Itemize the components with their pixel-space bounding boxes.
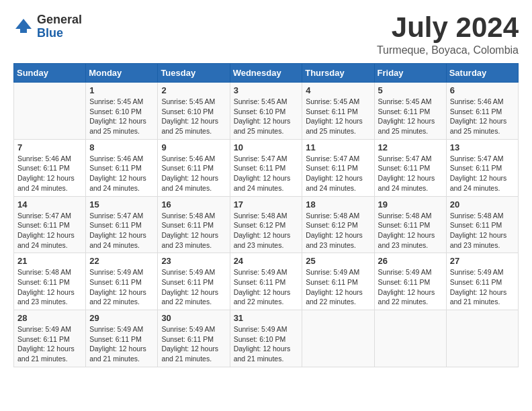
day-info: Sunrise: 5:48 AMSunset: 6:11 PMDaylight:… bbox=[378, 211, 443, 250]
day-number: 27 bbox=[450, 256, 515, 266]
calendar-cell: 24Sunrise: 5:49 AMSunset: 6:11 PMDayligh… bbox=[230, 253, 302, 310]
day-info: Sunrise: 5:45 AMSunset: 6:11 PMDaylight:… bbox=[378, 97, 443, 136]
calendar-cell: 17Sunrise: 5:48 AMSunset: 6:12 PMDayligh… bbox=[230, 196, 302, 253]
day-header-tuesday: Tuesday bbox=[158, 64, 230, 83]
day-number: 19 bbox=[378, 199, 443, 210]
day-info: Sunrise: 5:48 AMSunset: 6:11 PMDaylight:… bbox=[161, 211, 226, 250]
day-number: 5 bbox=[378, 85, 443, 95]
calendar-cell: 10Sunrise: 5:47 AMSunset: 6:11 PMDayligh… bbox=[230, 139, 302, 196]
day-number: 20 bbox=[450, 199, 515, 210]
day-info: Sunrise: 5:48 AMSunset: 6:11 PMDaylight:… bbox=[450, 211, 515, 250]
day-number: 30 bbox=[161, 313, 226, 323]
week-row-3: 14Sunrise: 5:47 AMSunset: 6:11 PMDayligh… bbox=[14, 196, 519, 253]
logo-icon bbox=[13, 17, 34, 37]
day-number: 24 bbox=[234, 256, 299, 266]
day-number: 13 bbox=[450, 142, 515, 152]
day-header-monday: Monday bbox=[86, 64, 158, 83]
day-info: Sunrise: 5:47 AMSunset: 6:11 PMDaylight:… bbox=[378, 154, 443, 193]
day-info: Sunrise: 5:49 AMSunset: 6:11 PMDaylight:… bbox=[161, 267, 226, 307]
calendar-cell: 8Sunrise: 5:46 AMSunset: 6:11 PMDaylight… bbox=[86, 139, 158, 196]
day-number: 22 bbox=[89, 256, 154, 266]
calendar-cell: 2Sunrise: 5:45 AMSunset: 6:10 PMDaylight… bbox=[158, 83, 230, 140]
calendar-cell: 9Sunrise: 5:46 AMSunset: 6:11 PMDaylight… bbox=[158, 139, 230, 196]
day-number: 10 bbox=[234, 142, 299, 152]
day-info: Sunrise: 5:46 AMSunset: 6:11 PMDaylight:… bbox=[89, 154, 154, 193]
day-number: 16 bbox=[161, 199, 226, 210]
calendar-cell: 26Sunrise: 5:49 AMSunset: 6:11 PMDayligh… bbox=[374, 253, 446, 310]
logo-general-text: General bbox=[37, 13, 82, 27]
day-number: 28 bbox=[17, 313, 82, 323]
calendar-cell: 7Sunrise: 5:46 AMSunset: 6:11 PMDaylight… bbox=[14, 139, 86, 196]
day-info: Sunrise: 5:47 AMSunset: 6:11 PMDaylight:… bbox=[17, 211, 82, 250]
calendar-cell: 22Sunrise: 5:49 AMSunset: 6:11 PMDayligh… bbox=[86, 253, 158, 310]
logo-text: General Blue bbox=[37, 13, 82, 40]
day-info: Sunrise: 5:45 AMSunset: 6:10 PMDaylight:… bbox=[89, 97, 154, 136]
day-number: 18 bbox=[306, 199, 370, 210]
calendar-cell: 27Sunrise: 5:49 AMSunset: 6:11 PMDayligh… bbox=[446, 253, 518, 310]
day-number: 4 bbox=[306, 85, 370, 95]
day-info: Sunrise: 5:46 AMSunset: 6:11 PMDaylight:… bbox=[17, 154, 82, 193]
page-header: General Blue July 2024 Turmeque, Boyaca,… bbox=[13, 13, 519, 56]
day-number: 12 bbox=[378, 142, 443, 152]
day-info: Sunrise: 5:49 AMSunset: 6:11 PMDaylight:… bbox=[234, 267, 299, 307]
day-number: 7 bbox=[17, 142, 82, 152]
day-number: 2 bbox=[161, 85, 226, 95]
day-number: 31 bbox=[234, 313, 299, 323]
calendar-table: SundayMondayTuesdayWednesdayThursdayFrid… bbox=[13, 63, 519, 367]
logo: General Blue bbox=[13, 13, 82, 40]
calendar-cell: 30Sunrise: 5:49 AMSunset: 6:11 PMDayligh… bbox=[158, 310, 230, 367]
day-header-thursday: Thursday bbox=[302, 64, 374, 83]
week-row-2: 7Sunrise: 5:46 AMSunset: 6:11 PMDaylight… bbox=[14, 139, 519, 196]
day-info: Sunrise: 5:45 AMSunset: 6:10 PMDaylight:… bbox=[234, 97, 299, 136]
day-number: 21 bbox=[17, 256, 82, 266]
calendar-cell: 15Sunrise: 5:47 AMSunset: 6:11 PMDayligh… bbox=[86, 196, 158, 253]
title-section: July 2024 Turmeque, Boyaca, Colombia bbox=[377, 13, 519, 56]
calendar-cell: 28Sunrise: 5:49 AMSunset: 6:11 PMDayligh… bbox=[14, 310, 86, 367]
calendar-cell: 16Sunrise: 5:48 AMSunset: 6:11 PMDayligh… bbox=[158, 196, 230, 253]
day-info: Sunrise: 5:46 AMSunset: 6:11 PMDaylight:… bbox=[450, 97, 515, 136]
day-header-saturday: Saturday bbox=[446, 64, 518, 83]
calendar-cell: 6Sunrise: 5:46 AMSunset: 6:11 PMDaylight… bbox=[446, 83, 518, 140]
logo-blue-text: Blue bbox=[37, 27, 82, 40]
calendar-cell bbox=[302, 310, 374, 367]
day-number: 8 bbox=[89, 142, 154, 152]
calendar-cell: 18Sunrise: 5:48 AMSunset: 6:12 PMDayligh… bbox=[302, 196, 374, 253]
calendar-header: SundayMondayTuesdayWednesdayThursdayFrid… bbox=[14, 64, 519, 83]
day-info: Sunrise: 5:48 AMSunset: 6:11 PMDaylight:… bbox=[17, 267, 82, 307]
day-info: Sunrise: 5:49 AMSunset: 6:11 PMDaylight:… bbox=[89, 267, 154, 307]
calendar-cell: 23Sunrise: 5:49 AMSunset: 6:11 PMDayligh… bbox=[158, 253, 230, 310]
calendar-cell: 4Sunrise: 5:45 AMSunset: 6:11 PMDaylight… bbox=[302, 83, 374, 140]
day-info: Sunrise: 5:49 AMSunset: 6:10 PMDaylight:… bbox=[234, 324, 299, 364]
day-info: Sunrise: 5:47 AMSunset: 6:11 PMDaylight:… bbox=[234, 154, 299, 193]
calendar-cell: 25Sunrise: 5:49 AMSunset: 6:11 PMDayligh… bbox=[302, 253, 374, 310]
calendar-cell bbox=[14, 83, 86, 140]
day-header-friday: Friday bbox=[374, 64, 446, 83]
month-title: July 2024 bbox=[377, 13, 519, 42]
calendar-body: 1Sunrise: 5:45 AMSunset: 6:10 PMDaylight… bbox=[14, 83, 519, 367]
week-row-4: 21Sunrise: 5:48 AMSunset: 6:11 PMDayligh… bbox=[14, 253, 519, 310]
calendar-cell: 29Sunrise: 5:49 AMSunset: 6:11 PMDayligh… bbox=[86, 310, 158, 367]
day-number: 9 bbox=[161, 142, 226, 152]
day-number: 1 bbox=[89, 85, 154, 95]
day-info: Sunrise: 5:49 AMSunset: 6:11 PMDaylight:… bbox=[378, 267, 443, 307]
location-text: Turmeque, Boyaca, Colombia bbox=[377, 44, 519, 56]
day-info: Sunrise: 5:46 AMSunset: 6:11 PMDaylight:… bbox=[161, 154, 226, 193]
day-number: 11 bbox=[306, 142, 370, 152]
calendar-cell: 20Sunrise: 5:48 AMSunset: 6:11 PMDayligh… bbox=[446, 196, 518, 253]
calendar-cell: 3Sunrise: 5:45 AMSunset: 6:10 PMDaylight… bbox=[230, 83, 302, 140]
day-info: Sunrise: 5:49 AMSunset: 6:11 PMDaylight:… bbox=[306, 267, 370, 307]
calendar-cell: 21Sunrise: 5:48 AMSunset: 6:11 PMDayligh… bbox=[14, 253, 86, 310]
day-number: 23 bbox=[161, 256, 226, 266]
day-number: 29 bbox=[89, 313, 154, 323]
week-row-5: 28Sunrise: 5:49 AMSunset: 6:11 PMDayligh… bbox=[14, 310, 519, 367]
day-info: Sunrise: 5:47 AMSunset: 6:11 PMDaylight:… bbox=[306, 154, 370, 193]
calendar-cell: 12Sunrise: 5:47 AMSunset: 6:11 PMDayligh… bbox=[374, 139, 446, 196]
calendar-cell bbox=[446, 310, 518, 367]
day-info: Sunrise: 5:49 AMSunset: 6:11 PMDaylight:… bbox=[17, 324, 82, 364]
calendar-cell: 1Sunrise: 5:45 AMSunset: 6:10 PMDaylight… bbox=[86, 83, 158, 140]
day-number: 6 bbox=[450, 85, 515, 95]
day-info: Sunrise: 5:49 AMSunset: 6:11 PMDaylight:… bbox=[450, 267, 515, 307]
day-header-sunday: Sunday bbox=[14, 64, 86, 83]
day-info: Sunrise: 5:49 AMSunset: 6:11 PMDaylight:… bbox=[161, 324, 226, 364]
calendar-cell: 11Sunrise: 5:47 AMSunset: 6:11 PMDayligh… bbox=[302, 139, 374, 196]
